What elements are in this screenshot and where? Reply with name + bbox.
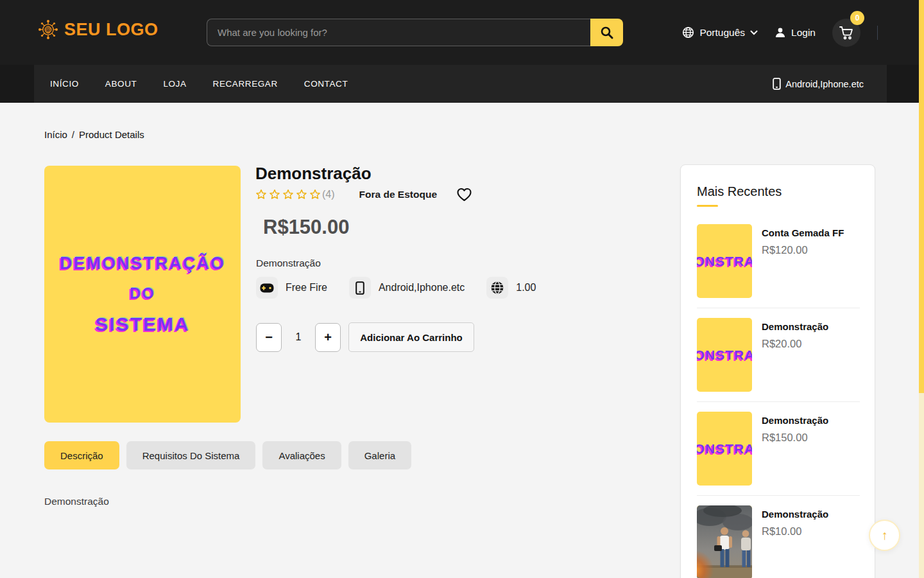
tab-descricao[interactable]: Descrição bbox=[44, 441, 119, 469]
nav-item-inicio[interactable]: INÍCIO bbox=[50, 79, 79, 89]
nav-item-contact[interactable]: CONTACT bbox=[304, 79, 348, 89]
product-price: R$120.00 bbox=[762, 244, 844, 256]
cart-button[interactable]: 0 bbox=[832, 19, 860, 47]
search-bar bbox=[207, 19, 623, 46]
header-divider bbox=[877, 26, 878, 40]
thumbnail-text: DEMONSTRAÇÃO bbox=[697, 254, 752, 269]
tab-content-text: Demonstração bbox=[44, 496, 109, 507]
product-name: Demonstração bbox=[762, 415, 828, 426]
product-name: Conta Gemada FF bbox=[762, 227, 844, 238]
header-actions: Português Login 0 bbox=[682, 0, 878, 65]
product-name: Demonstração bbox=[762, 509, 828, 520]
product-image: DEMONSTRAÇÃO DO SISTEMA bbox=[44, 166, 241, 423]
heart-icon bbox=[456, 188, 472, 202]
tab-requisitos[interactable]: Requisitos Do Sistema bbox=[126, 441, 256, 469]
globe-icon bbox=[682, 26, 694, 39]
recent-products-list: DEMONSTRAÇÃO Conta Gemada FF R$120.00 DE… bbox=[697, 224, 860, 578]
add-to-cart-button[interactable]: Adicionar Ao Carrinho bbox=[348, 322, 474, 352]
divider bbox=[697, 495, 860, 496]
star-icon bbox=[255, 189, 267, 200]
product-info: Demonstração R$20.00 bbox=[762, 318, 828, 392]
divider bbox=[697, 308, 860, 308]
meta-platform-label: Android,Iphone.etc bbox=[379, 282, 465, 293]
product-rating: (4) Fora de Estoque bbox=[255, 187, 472, 202]
nav-item-recarregar[interactable]: RECARREGAR bbox=[213, 79, 278, 89]
thumbnail-text: DEMONSTRAÇÃO bbox=[697, 441, 752, 457]
quantity-value: 1 bbox=[282, 331, 315, 343]
divider bbox=[697, 401, 860, 402]
gamepad-icon bbox=[256, 277, 278, 299]
meta-game-label: Free Fire bbox=[286, 282, 327, 293]
product-thumbnail-game-art bbox=[697, 505, 752, 578]
star-icon bbox=[309, 189, 321, 200]
product-description: Demonstração bbox=[256, 258, 321, 269]
product-info: Demonstração R$10.00 bbox=[762, 505, 828, 578]
title-underline bbox=[697, 205, 718, 207]
nav-platforms-label: Android,Iphone.etc bbox=[785, 79, 864, 89]
nav-item-loja[interactable]: LOJA bbox=[163, 79, 186, 89]
product-info: Conta Gemada FF R$120.00 bbox=[762, 224, 844, 298]
product-price: R$150.00 bbox=[263, 216, 349, 239]
phone-icon bbox=[349, 277, 371, 299]
breadcrumb-separator: / bbox=[72, 129, 74, 140]
product-price: R$20.00 bbox=[762, 338, 828, 350]
quantity-increase-button[interactable]: + bbox=[315, 323, 341, 352]
product-title: Demonstração bbox=[255, 164, 372, 184]
page-scrollbar-thumb[interactable] bbox=[919, 0, 924, 393]
login-button[interactable]: Login bbox=[774, 27, 816, 39]
tab-galeria[interactable]: Galeria bbox=[348, 441, 411, 469]
star-icon bbox=[282, 189, 294, 200]
product-thumbnail: DEMONSTRAÇÃO bbox=[697, 412, 752, 486]
rating-count: (4) bbox=[322, 189, 335, 200]
arrow-up-icon: ↑ bbox=[882, 528, 888, 543]
product-price: R$10.00 bbox=[762, 525, 828, 538]
top-header: @ SEU LOGO bbox=[0, 0, 924, 65]
recent-product-item[interactable]: DEMONSTRAÇÃO Conta Gemada FF R$120.00 bbox=[697, 224, 860, 298]
breadcrumb-current: Product Details bbox=[79, 129, 144, 140]
product-image-line: SISTEMA bbox=[95, 313, 189, 335]
recent-product-item[interactable]: Demonstração R$10.00 bbox=[697, 505, 860, 578]
star-icon bbox=[269, 189, 280, 200]
tab-avaliacoes[interactable]: Avaliações bbox=[262, 441, 341, 469]
login-label: Login bbox=[791, 27, 816, 39]
wishlist-button[interactable] bbox=[456, 188, 472, 202]
product-image-line: DO bbox=[130, 285, 155, 302]
main-nav: INÍCIO ABOUT LOJA RECARREGAR CONTACT And… bbox=[0, 65, 924, 103]
cart-icon bbox=[839, 25, 854, 40]
star-rating-icons bbox=[255, 189, 321, 200]
product-meta: Free Fire Android,Iphone.etc 1.00 bbox=[256, 277, 536, 299]
product-name: Demonstração bbox=[762, 321, 828, 332]
meta-version-label: 1.00 bbox=[516, 282, 536, 293]
scroll-to-top-button[interactable]: ↑ bbox=[869, 520, 900, 551]
thumbnail-text: DEMONSTRAÇÃO bbox=[697, 347, 752, 363]
product-thumbnail: DEMONSTRAÇÃO bbox=[697, 318, 752, 392]
cart-badge: 0 bbox=[850, 11, 864, 25]
language-label: Português bbox=[699, 27, 745, 39]
breadcrumb-home[interactable]: Início bbox=[44, 129, 67, 140]
phone-icon bbox=[773, 78, 781, 90]
chevron-down-icon bbox=[750, 30, 758, 35]
search-button[interactable] bbox=[590, 19, 623, 46]
recent-product-item[interactable]: DEMONSTRAÇÃO Demonstração R$150.00 bbox=[697, 412, 860, 486]
logo[interactable]: @ SEU LOGO bbox=[37, 19, 158, 40]
purchase-controls: − 1 + Adicionar Ao Carrinho bbox=[256, 322, 474, 352]
svg-text:@: @ bbox=[45, 26, 51, 33]
product-thumbnail: DEMONSTRAÇÃO bbox=[697, 224, 752, 298]
breadcrumb: Início / Product Details bbox=[44, 129, 144, 140]
language-selector[interactable]: Português bbox=[682, 26, 758, 39]
product-price: R$150.00 bbox=[762, 432, 828, 444]
product-tabs: Descrição Requisitos Do Sistema Avaliaçõ… bbox=[44, 441, 411, 469]
search-input[interactable] bbox=[207, 19, 590, 46]
quantity-decrease-button[interactable]: − bbox=[256, 323, 282, 352]
search-icon bbox=[600, 26, 614, 40]
nav-bar: INÍCIO ABOUT LOJA RECARREGAR CONTACT And… bbox=[34, 65, 887, 103]
logo-text: SEU LOGO bbox=[64, 20, 158, 40]
globe-icon bbox=[486, 277, 508, 299]
nav-platforms: Android,Iphone.etc bbox=[773, 78, 864, 90]
recent-product-item[interactable]: DEMONSTRAÇÃO Demonstração R$20.00 bbox=[697, 318, 860, 392]
star-icon bbox=[296, 189, 307, 200]
product-image-line: DEMONSTRAÇÃO bbox=[60, 254, 225, 274]
stock-status: Fora de Estoque bbox=[359, 189, 437, 200]
product-info: Demonstração R$150.00 bbox=[762, 412, 828, 486]
nav-item-about[interactable]: ABOUT bbox=[105, 79, 137, 89]
